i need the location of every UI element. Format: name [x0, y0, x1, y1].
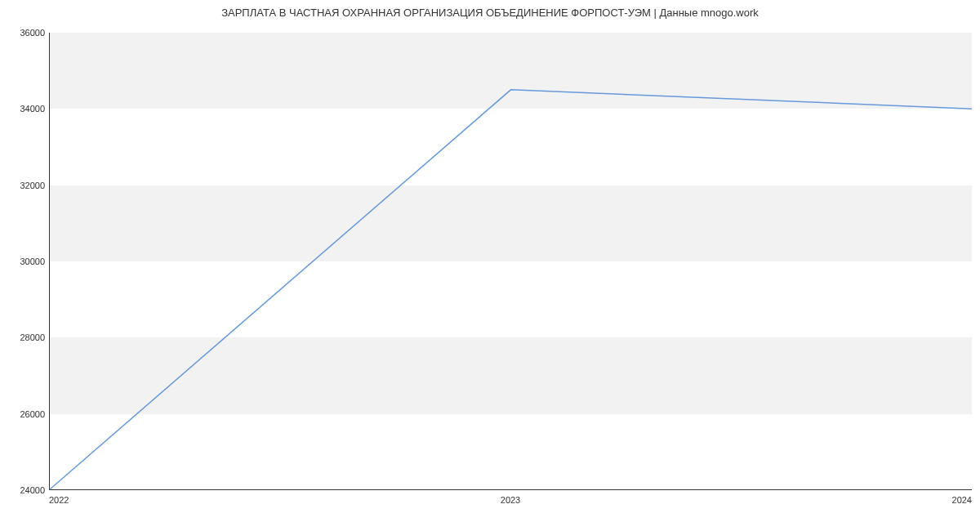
line-chart-svg [50, 33, 972, 489]
x-axis-tick-label: 2024 [952, 495, 972, 505]
y-axis-tick-label: 26000 [12, 409, 45, 419]
y-axis-tick-label: 32000 [12, 181, 45, 190]
chart-title: ЗАРПЛАТА В ЧАСТНАЯ ОХРАННАЯ ОРГАНИЗАЦИЯ … [0, 0, 980, 19]
plot-area [49, 33, 972, 490]
x-axis-tick-label: 2023 [501, 495, 520, 505]
x-axis-tick-label: 2022 [49, 495, 69, 505]
data-line [50, 90, 972, 489]
chart-container: 24000260002800030000320003400036000 2022… [49, 33, 972, 490]
y-axis-tick-label: 28000 [12, 332, 45, 342]
y-axis-tick-label: 34000 [12, 104, 45, 114]
y-axis-tick-label: 30000 [12, 257, 45, 266]
y-axis-tick-label: 24000 [12, 485, 45, 495]
y-axis-tick-label: 36000 [12, 28, 45, 38]
